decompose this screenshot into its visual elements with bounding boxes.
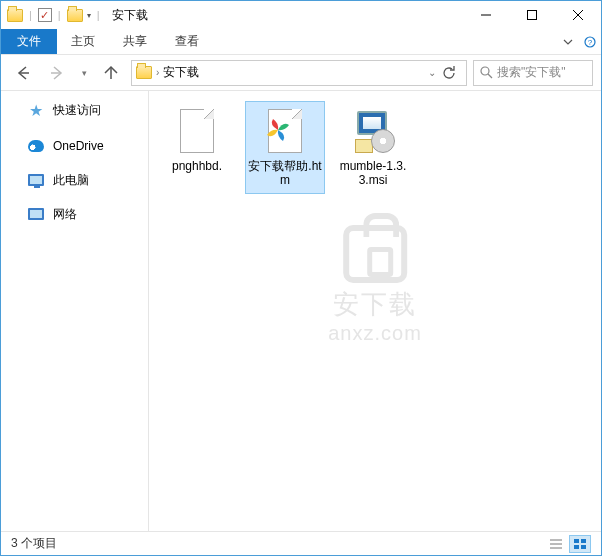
navigation-pane: ★ 快速访问 OneDrive 此电脑 网络 <box>1 91 149 531</box>
sidebar-item-label: 快速访问 <box>53 102 101 119</box>
svg-line-10 <box>488 74 492 78</box>
breadcrumb-sep-icon: › <box>156 67 159 78</box>
details-view-button[interactable] <box>545 535 567 553</box>
minimize-icon <box>481 10 491 20</box>
svg-rect-15 <box>581 539 586 543</box>
window-controls <box>463 1 601 29</box>
svg-rect-17 <box>581 545 586 549</box>
details-view-icon <box>550 539 562 549</box>
forward-arrow-icon <box>49 65 65 81</box>
pc-icon <box>27 171 45 189</box>
file-item-msi[interactable]: mumble-1.3.3.msi <box>333 101 413 194</box>
titlebar: | ✓ | ▾ | 安下载 <box>1 1 601 29</box>
sidebar-item-label: OneDrive <box>53 139 104 153</box>
svg-rect-14 <box>574 539 579 543</box>
file-item-htm[interactable]: 安下载帮助.htm <box>245 101 325 194</box>
svg-text:?: ? <box>588 38 593 47</box>
window-title: 安下载 <box>112 7 148 24</box>
msi-file-icon <box>349 107 397 155</box>
ribbon-expand-button[interactable] <box>557 29 579 54</box>
tab-share[interactable]: 共享 <box>109 29 161 54</box>
file-label: mumble-1.3.3.msi <box>335 159 411 188</box>
qat-divider: | <box>29 9 32 21</box>
chevron-down-icon <box>563 37 573 47</box>
up-button[interactable] <box>97 60 125 86</box>
sidebar-item-label: 此电脑 <box>53 172 89 189</box>
search-icon <box>480 66 493 79</box>
status-bar: 3 个项目 <box>1 531 601 555</box>
watermark-text2: anxz.com <box>328 322 422 345</box>
qat-dropdown-icon[interactable]: ▾ <box>87 11 91 20</box>
help-icon: ? <box>584 36 596 48</box>
file-list[interactable]: pnghhbd. 安下载帮助.htm <box>149 91 601 531</box>
minimize-button[interactable] <box>463 1 509 29</box>
sidebar-item-label: 网络 <box>53 206 77 223</box>
properties-qat-icon[interactable]: ✓ <box>38 8 52 22</box>
titlebar-left: | ✓ | ▾ | 安下载 <box>1 7 148 24</box>
htm-file-icon <box>261 107 309 155</box>
sidebar-item-quick-access[interactable]: ★ 快速访问 <box>1 97 148 123</box>
onedrive-icon <box>27 137 45 155</box>
status-item-count: 3 个项目 <box>11 535 57 552</box>
watermark: 安下载 anxz.com <box>328 225 422 345</box>
folder-icon <box>7 9 23 22</box>
back-button[interactable] <box>9 60 37 86</box>
tab-file[interactable]: 文件 <box>1 29 57 54</box>
close-icon <box>573 10 583 20</box>
back-arrow-icon <box>15 65 31 81</box>
recent-locations-button[interactable]: ▾ <box>77 68 91 78</box>
svg-point-9 <box>481 67 489 75</box>
file-item-pnghhbd[interactable]: pnghhbd. <box>157 101 237 179</box>
breadcrumb-dropdown-icon[interactable]: ⌄ <box>428 67 436 78</box>
sidebar-item-this-pc[interactable]: 此电脑 <box>1 167 148 193</box>
sidebar-item-onedrive[interactable]: OneDrive <box>1 133 148 159</box>
help-button[interactable]: ? <box>579 29 601 54</box>
star-icon: ★ <box>27 101 45 119</box>
maximize-button[interactable] <box>509 1 555 29</box>
watermark-bag-icon <box>343 225 407 283</box>
file-icon <box>173 107 221 155</box>
qat-divider: | <box>97 9 100 21</box>
pinwheel-icon <box>265 117 291 143</box>
file-label: pnghhbd. <box>172 159 222 173</box>
view-switch <box>545 535 591 553</box>
tab-view[interactable]: 查看 <box>161 29 213 54</box>
close-button[interactable] <box>555 1 601 29</box>
search-placeholder: 搜索"安下载" <box>497 64 566 81</box>
forward-button[interactable] <box>43 60 71 86</box>
breadcrumb[interactable]: › 安下载 ⌄ <box>131 60 467 86</box>
icons-view-button[interactable] <box>569 535 591 553</box>
breadcrumb-folder-icon <box>136 66 152 79</box>
tab-home[interactable]: 主页 <box>57 29 109 54</box>
sidebar-item-network[interactable]: 网络 <box>1 201 148 227</box>
icons-view-icon <box>574 539 586 549</box>
refresh-icon[interactable] <box>442 66 456 80</box>
maximize-icon <box>527 10 537 20</box>
file-label: 安下载帮助.htm <box>247 159 323 188</box>
breadcrumb-location[interactable]: 安下载 <box>163 64 199 81</box>
qat-divider: | <box>58 9 61 21</box>
new-folder-qat-icon[interactable] <box>67 9 83 22</box>
up-arrow-icon <box>103 65 119 81</box>
svg-rect-16 <box>574 545 579 549</box>
network-icon <box>27 205 45 223</box>
explorer-body: ★ 快速访问 OneDrive 此电脑 网络 pnghhbd. <box>1 91 601 531</box>
svg-rect-1 <box>528 11 537 20</box>
address-bar: ▾ › 安下载 ⌄ 搜索"安下载" <box>1 55 601 91</box>
watermark-text1: 安下载 <box>328 287 422 322</box>
ribbon-tabs: 文件 主页 共享 查看 ? <box>1 29 601 55</box>
search-input[interactable]: 搜索"安下载" <box>473 60 593 86</box>
